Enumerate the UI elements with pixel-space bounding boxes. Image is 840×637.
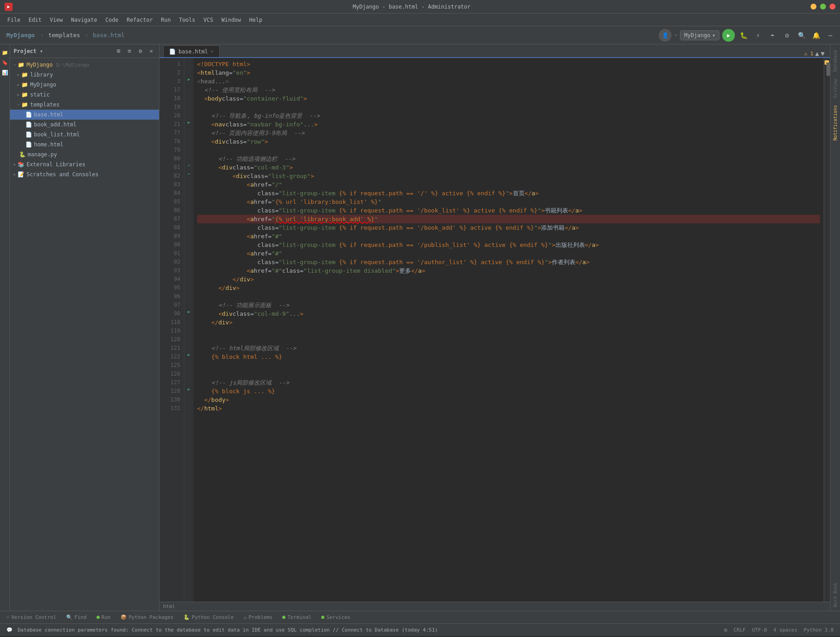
code-line-92: class="list-group-item {% if request.pat… [197,258,820,266]
notifications-tab[interactable]: Notifications [831,101,839,144]
tab-close-button[interactable]: × [211,48,214,54]
python-console-tab[interactable]: 🐍 Python Console [179,613,238,623]
code-line-127: <!-- js局部修改区域 --> [197,378,820,387]
status-indent[interactable]: 4 spaces [771,626,800,634]
services-dot [321,616,324,619]
coverage-button[interactable]: ☂ [767,29,778,41]
services-tab[interactable]: Services [317,613,355,623]
vertical-scrollbar[interactable]: ⚠ [824,58,830,602]
tree-item-basehtml[interactable]: 📄 base.html [10,110,159,120]
tree-item-static[interactable]: ▶ 📁 static [10,90,159,100]
close-panel-icon[interactable]: × [147,47,155,55]
menu-vcs[interactable]: VCS [200,15,217,24]
expand-icon: ▶ [14,172,16,177]
tree-item-booklisthtml[interactable]: 📄 book_list.html [10,130,159,140]
status-line-ending[interactable]: CRLF [731,626,748,634]
profile-button[interactable]: ⚡ [752,29,764,41]
file-type-label: html [163,603,175,609]
settings-icon[interactable]: ⚙ [136,47,145,55]
terminal-tab[interactable]: Terminal [278,613,316,623]
tree-item-mydjangoroot[interactable]: ▾ 📁 MyDjango D:\MyDjango [10,60,159,70]
code-line-3: <head...> [197,77,820,86]
code-line-77: <!-- 页面内容使用3-9布局 --> [197,129,820,137]
layout-icon[interactable]: ⊞ [115,47,123,55]
run-tab[interactable]: Run [92,613,115,623]
project-dropdown[interactable]: Project ▾ [14,48,43,54]
database-tab[interactable]: Database [831,46,839,75]
tree-item-external-libraries[interactable]: ▶ 📚 External Libraries [10,159,159,169]
toolbar-right: 👤 ▾ MyDjango ▾ ▶ 🐛 ⚡ ☂ ⚙ 🔍 🔔 ⋯ [659,29,836,42]
notification-button[interactable]: 🔔 [810,29,822,41]
sciview-tab[interactable]: SciView [831,75,839,101]
menu-view[interactable]: View [46,15,67,24]
settings-button[interactable]: ⚙ [781,29,793,41]
tab-file-icon: 📄 [169,48,176,55]
expand-icon: ▾ [14,63,16,67]
tree-item-homehtml[interactable]: 📄 home.html [10,140,159,150]
menu-edit[interactable]: Edit [25,15,45,24]
tree-item-bookaddhtml[interactable]: 📄 book_add.html [10,120,159,130]
code-editor: 1 2 3 17 18 19 20 21 77 78 79 80 81 82 8… [159,58,830,602]
more-actions-button[interactable]: ⋯ [825,29,836,41]
menu-file[interactable]: File [4,15,24,24]
menu-run[interactable]: Run [157,15,174,24]
folder-icon: 📁 [21,92,28,98]
user-avatar-button[interactable]: 👤 [659,29,671,42]
minimize-button[interactable] [811,4,816,10]
code-content[interactable]: <!DOCTYPE html> <html lang="en"> <head..… [193,58,824,602]
find-tab[interactable]: 🔍 Find [62,613,91,623]
status-python-version[interactable]: Python 3.8 [801,626,836,634]
status-icon: 💬 [6,627,13,633]
collapse-all-icon[interactable]: ≡ [126,47,134,55]
html-file-icon: 📄 [25,141,32,148]
expand-icon: ▶ [17,82,19,87]
avatar-dropdown-arrow[interactable]: ▾ [674,32,677,38]
menu-tools[interactable]: Tools [175,15,199,24]
html-file-icon: 📄 [25,111,32,118]
tree-item-scratches[interactable]: ▶ 📝 Scratches and Consoles [10,169,159,179]
code-line-98: <div class="col-md-9"...> [197,309,820,318]
version-control-tab[interactable]: ⑂ Version Control [2,613,61,623]
chevron-up-icon[interactable]: ▲ [815,50,819,57]
project-view-icon[interactable]: 📁 [1,48,9,56]
tree-item-mydjangodir[interactable]: ▶ 📁 MyDjango [10,80,159,90]
close-button[interactable] [830,4,835,10]
code-line-121: <!-- html局部修改区域 --> [197,344,820,352]
code-line-79 [197,146,820,154]
menu-code[interactable]: Code [102,15,122,24]
maximize-button[interactable] [820,4,826,10]
title-bar: ▶ MyDjango - base.html - Administrator [0,0,840,14]
tree-item-managepy[interactable]: 🐍 manage.py [10,150,159,159]
status-windows-icon[interactable]: ⊞ [722,626,730,634]
fold-gutter: ▶ ▶ ▾ ▾ [184,58,193,602]
structure-icon[interactable]: 📊 [1,68,9,76]
tree-label: library [30,72,53,78]
wordbook-tab[interactable]: Word Book [831,579,839,611]
console-label: Python Console [192,614,234,620]
bookmarks-icon[interactable]: 🔖 [1,58,9,66]
menu-window[interactable]: Window [218,15,245,24]
tree-item-library[interactable]: ▶ 📁 library [10,70,159,80]
chevron-down-icon[interactable]: ▼ [821,50,825,57]
search-everywhere-button[interactable]: 🔍 [796,29,807,41]
find-icon: 🔍 [66,614,72,620]
breadcrumb-file[interactable]: base.html [91,30,126,40]
python-packages-tab[interactable]: 📦 Python Packages [116,613,178,623]
scroll-thumb[interactable] [826,63,830,76]
status-encoding[interactable]: UTF-8 [749,626,770,634]
editor-tab-basehtml[interactable]: 📄 base.html × [163,45,220,57]
run-button[interactable]: ▶ [722,29,735,42]
breadcrumb-sep1: › [40,32,44,39]
tree-item-templates[interactable]: ▾ 📁 templates [10,100,159,110]
run-config-selector[interactable]: MyDjango ▾ [680,30,719,40]
breadcrumb-templates[interactable]: templates [46,30,82,40]
project-label[interactable]: MyDjango [4,30,38,40]
debug-button[interactable]: 🐛 [738,29,749,41]
tree-label: MyDjango [30,82,56,88]
problems-tab[interactable]: ⚠ Problems [239,613,277,623]
menu-help[interactable]: Help [246,15,266,24]
panel-title: Project ▾ [14,48,112,54]
menu-refactor[interactable]: Refactor [123,15,156,24]
menu-navigate[interactable]: Navigate [68,15,101,24]
code-line-120 [197,335,820,344]
